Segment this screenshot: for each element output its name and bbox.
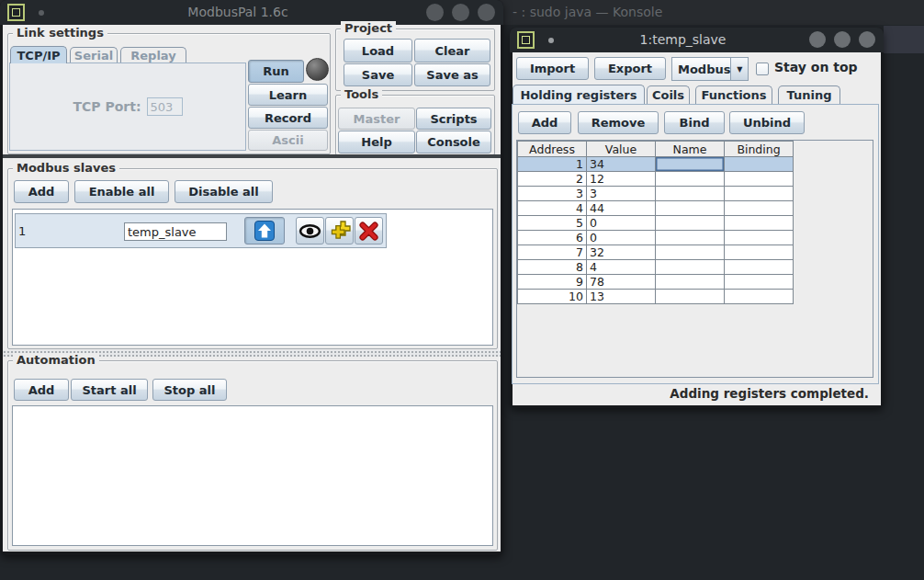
column-header-binding[interactable]: Binding [725,142,794,157]
stay-on-top-checkbox[interactable] [756,63,769,75]
import-button[interactable]: Import [516,57,589,80]
add-register-button[interactable]: Add [518,111,571,134]
column-header-address[interactable]: Address [518,142,587,157]
cell-address[interactable]: 4 [518,201,587,216]
start-all-button[interactable]: Start all [71,379,148,401]
learn-button[interactable]: Learn [248,84,328,106]
cell-name[interactable] [656,201,725,216]
cell-value[interactable]: 12 [587,172,656,187]
cell-name[interactable] [656,231,725,245]
window-button-minimize[interactable] [809,31,826,48]
slave-enabled-toggle[interactable] [244,217,285,245]
add-slave-button[interactable]: Add [14,180,69,203]
register-row[interactable]: 1 34 [518,157,794,172]
register-row[interactable]: 10 13 [518,290,794,304]
cell-binding[interactable] [725,187,794,201]
slave-name-field[interactable] [124,222,227,241]
cell-value[interactable]: 78 [587,275,656,290]
save-button[interactable]: Save [344,63,412,86]
cell-name[interactable] [656,245,725,260]
register-row[interactable]: 6 0 [518,231,794,245]
cell-value[interactable]: 13 [587,290,656,304]
delete-slave-button[interactable] [355,217,383,245]
cell-binding[interactable] [725,157,794,172]
show-slave-button[interactable] [296,217,324,245]
window-button-close[interactable] [478,4,495,21]
cell-binding[interactable] [725,275,794,290]
tab-functions[interactable]: Functions [695,85,772,104]
cell-binding[interactable] [725,172,794,187]
column-header-name[interactable]: Name [656,142,725,157]
combobox-arrow-button[interactable]: ▼ [730,57,749,81]
scripts-button[interactable]: Scripts [416,108,491,130]
cell-value[interactable]: 3 [587,187,656,201]
register-row[interactable]: 4 44 [518,201,794,216]
bind-button[interactable]: Bind [664,111,725,134]
load-button[interactable]: Load [344,39,412,63]
cell-binding[interactable] [725,260,794,275]
modbuspal-titlebar[interactable]: ModbusPal 1.6c [0,0,503,25]
help-button[interactable]: Help [338,131,415,154]
cell-binding[interactable] [725,231,794,245]
cell-binding[interactable] [725,216,794,231]
window-button-close[interactable] [859,31,875,48]
register-row[interactable]: 8 4 [518,260,794,275]
tab-coils[interactable]: Coils [647,85,690,104]
tab-replay[interactable]: Replay [120,47,186,63]
disable-all-button[interactable]: Disable all [175,180,273,203]
cell-value[interactable]: 0 [587,216,656,231]
unbind-button[interactable]: Unbind [729,111,805,134]
cell-binding[interactable] [725,245,794,260]
console-button[interactable]: Console [416,131,491,154]
register-row[interactable]: 3 3 [518,187,794,201]
cell-value[interactable]: 0 [587,231,656,245]
run-button[interactable]: Run [248,60,304,83]
cell-name[interactable] [656,275,725,290]
cell-value[interactable]: 44 [587,201,656,216]
cell-name[interactable] [656,290,725,304]
register-row[interactable]: 9 78 [518,275,794,290]
duplicate-slave-button[interactable] [325,217,354,245]
export-button[interactable]: Export [594,57,666,80]
record-button[interactable]: Record [248,107,328,129]
cell-address[interactable]: 10 [518,290,587,304]
window-button-minimize[interactable] [426,4,444,21]
tab-holding-registers[interactable]: Holding registers [513,85,645,104]
cell-binding[interactable] [725,290,794,304]
cell-address[interactable]: 6 [518,231,587,245]
register-row[interactable]: 2 12 [518,172,794,187]
cell-value[interactable]: 32 [587,245,656,260]
tcp-port-field[interactable] [147,97,183,116]
register-row[interactable]: 5 0 [518,216,794,231]
cell-address[interactable]: 2 [518,172,587,187]
enable-all-button[interactable]: Enable all [74,180,169,203]
cell-name[interactable] [656,187,725,201]
cell-address[interactable]: 3 [518,187,587,201]
cell-address[interactable]: 9 [518,275,587,290]
cell-address[interactable]: 1 [518,157,587,172]
cell-address[interactable]: 8 [518,260,587,275]
cell-address[interactable]: 5 [518,216,587,231]
tab-serial[interactable]: Serial [70,47,118,63]
slave-editor-titlebar[interactable]: 1:temp_slave [510,28,884,52]
register-row[interactable]: 7 32 [518,245,794,260]
stop-all-button[interactable]: Stop all [152,379,227,401]
cell-value[interactable]: 4 [587,260,656,275]
tab-tcpip[interactable]: TCP/IP [10,46,67,63]
save-as-button[interactable]: Save as [414,63,490,86]
cell-name[interactable] [656,260,725,275]
column-header-value[interactable]: Value [587,142,656,157]
cell-name[interactable] [656,216,725,231]
add-automation-button[interactable]: Add [14,379,69,401]
clear-button[interactable]: Clear [414,39,490,63]
cell-name[interactable] [656,172,725,187]
cell-value[interactable]: 34 [587,157,656,172]
window-button-maximize[interactable] [452,4,469,21]
cell-address[interactable]: 7 [518,245,587,260]
remove-register-button[interactable]: Remove [578,111,659,134]
protocol-combobox[interactable]: Modbus ▼ [671,57,749,81]
tab-tuning[interactable]: Tuning [778,85,840,104]
window-button-maximize[interactable] [834,31,851,48]
cell-name[interactable] [656,157,725,172]
cell-binding[interactable] [725,201,794,216]
